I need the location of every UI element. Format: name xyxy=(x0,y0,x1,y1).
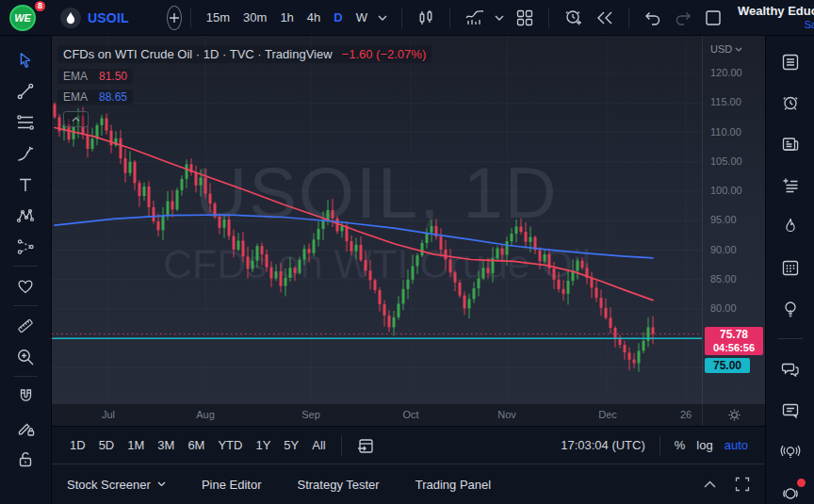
axis-settings-icon[interactable] xyxy=(702,404,765,426)
time-axis-labels: JulAugSepOctNovDec26 xyxy=(52,404,702,426)
range-1m[interactable]: 1M xyxy=(121,434,151,456)
indicators-icon[interactable] xyxy=(459,5,491,31)
price-tick: 120.00 xyxy=(710,67,742,78)
fullscreen-icon[interactable] xyxy=(735,477,750,492)
symbol-search-button[interactable]: USOIL xyxy=(55,5,135,31)
go-to-date-icon[interactable] xyxy=(350,432,381,459)
comments-icon[interactable] xyxy=(778,399,803,422)
range-5y[interactable]: 5Y xyxy=(277,434,305,456)
time-tick: Dec xyxy=(598,409,617,420)
notification-badge: 8 xyxy=(33,0,47,13)
timeframe-30m[interactable]: 30m xyxy=(236,7,273,28)
price-tick: 90.00 xyxy=(710,244,737,255)
auto-scale-button[interactable]: auto xyxy=(719,434,754,456)
log-scale-button[interactable]: log xyxy=(691,434,718,456)
percent-scale-button[interactable]: % xyxy=(669,434,692,456)
calendar-icon[interactable] xyxy=(778,256,803,279)
account-menu-button[interactable]: WE 8 xyxy=(8,3,41,33)
divider xyxy=(13,266,38,267)
legend-collapse-button[interactable] xyxy=(63,111,89,127)
price-tick: 115.00 xyxy=(710,96,741,107)
trend-line-tool-icon[interactable] xyxy=(9,75,41,106)
time-axis[interactable]: JulAugSepOctNovDec26 xyxy=(52,403,765,426)
right-sidebar xyxy=(765,36,814,504)
create-alert-icon[interactable] xyxy=(558,4,590,31)
text-tool-icon[interactable] xyxy=(9,169,41,200)
tab-pine-editor[interactable]: Pine Editor xyxy=(202,478,262,492)
price-axis[interactable]: USD 120.00115.00110.00105.00100.0095.009… xyxy=(702,36,765,403)
timeframe-dropdown-icon[interactable] xyxy=(372,11,393,24)
tab-stock-screener[interactable]: Stock Screener xyxy=(67,478,166,492)
watchlist-icon[interactable] xyxy=(778,51,803,73)
range-1d[interactable]: 1D xyxy=(63,434,92,456)
save-layout-icon[interactable] xyxy=(698,5,728,31)
session-clock[interactable]: 17:03:04 (UTC) xyxy=(555,434,651,456)
divider xyxy=(401,8,402,28)
indicators-dropdown-icon[interactable] xyxy=(489,11,510,24)
fib-retracement-tool-icon[interactable] xyxy=(9,106,41,138)
legend-ema-slow[interactable]: EMA88.65 xyxy=(57,89,133,105)
divider xyxy=(341,435,342,456)
bar-replay-icon[interactable] xyxy=(590,7,620,29)
lock-all-drawings-icon[interactable] xyxy=(9,443,41,474)
price-tick: 95.00 xyxy=(710,214,737,225)
text-notes-icon[interactable] xyxy=(778,174,803,197)
panel-expand-icon[interactable] xyxy=(704,480,716,488)
drawing-mode-lock-icon[interactable] xyxy=(9,412,41,443)
compare-add-symbol-button[interactable] xyxy=(167,6,182,30)
help-icon[interactable] xyxy=(778,481,803,504)
timeframe-4h[interactable]: 4h xyxy=(301,7,327,28)
oil-drop-icon xyxy=(60,8,81,28)
chart-area: USOIL, 1D CFDs on WTI Crude Oil CFDs on … xyxy=(52,36,765,403)
time-tick: Nov xyxy=(497,409,516,420)
divider xyxy=(190,8,191,28)
projection-tool-icon[interactable] xyxy=(9,231,41,262)
price-tick: 105.00 xyxy=(710,155,742,167)
legend-ema-fast[interactable]: EMA81.50 xyxy=(57,69,133,84)
layout-grid-icon[interactable] xyxy=(510,5,540,31)
range-1y[interactable]: 1Y xyxy=(249,434,277,456)
drawing-toolbar xyxy=(0,36,52,504)
ideas-icon[interactable] xyxy=(778,298,803,320)
emoji-heart-tool-icon[interactable] xyxy=(9,270,41,301)
public-chats-icon[interactable] xyxy=(778,358,803,381)
timeframe-1w[interactable]: W xyxy=(350,7,374,28)
bottom-toolbar: 1D 5D 1M 3M 6M YTD 1Y 5Y All 17:03:04 (U… xyxy=(52,426,765,463)
save-button[interactable]: Save xyxy=(805,19,814,31)
redo-button[interactable] xyxy=(668,6,698,30)
range-ytd[interactable]: YTD xyxy=(211,434,249,456)
currency-selector[interactable]: USD xyxy=(710,43,742,55)
alerts-icon[interactable] xyxy=(778,92,803,115)
xabcd-pattern-tool-icon[interactable] xyxy=(9,200,41,231)
magnet-tool-icon[interactable] xyxy=(9,381,41,412)
range-6m[interactable]: 6M xyxy=(181,434,211,456)
chart-pane[interactable]: USOIL, 1D CFDs on WTI Crude Oil CFDs on … xyxy=(52,36,702,403)
symbol-name: USOIL xyxy=(88,10,129,25)
broker-logo: WE xyxy=(9,5,36,31)
tab-trading-panel[interactable]: Trading Panel xyxy=(415,478,491,492)
brush-tool-icon[interactable] xyxy=(9,138,41,169)
undo-button[interactable] xyxy=(638,6,668,30)
timeframe-1h[interactable]: 1h xyxy=(273,7,300,28)
streams-icon[interactable] xyxy=(778,441,803,463)
tab-strategy-tester[interactable]: Strategy Tester xyxy=(297,478,379,492)
zoom-in-tool-icon[interactable] xyxy=(9,341,41,372)
legend-symbol-title[interactable]: CFDs on WTI Crude Oil · 1D · TVC · Tradi… xyxy=(57,45,431,63)
time-tick: Jul xyxy=(102,409,115,420)
timeframe-15m[interactable]: 15m xyxy=(200,7,236,28)
chevron-down-icon xyxy=(735,47,742,52)
level-price-label: 75.00 xyxy=(705,358,750,373)
price-tick: 100.00 xyxy=(710,185,742,196)
ruler-tool-icon[interactable] xyxy=(9,310,41,341)
range-5d[interactable]: 5D xyxy=(92,434,122,456)
range-3m[interactable]: 3M xyxy=(151,434,181,456)
news-icon[interactable] xyxy=(778,133,803,155)
chart-style-candles-icon[interactable] xyxy=(411,5,441,31)
divider xyxy=(778,338,803,339)
timeframe-1d[interactable]: D xyxy=(327,7,349,28)
layout-name[interactable]: Wealthy Educ... xyxy=(738,5,814,19)
range-all[interactable]: All xyxy=(305,434,332,456)
cursor-tool-icon[interactable] xyxy=(9,44,41,75)
divider xyxy=(659,435,660,456)
hotlists-icon[interactable] xyxy=(778,216,803,238)
